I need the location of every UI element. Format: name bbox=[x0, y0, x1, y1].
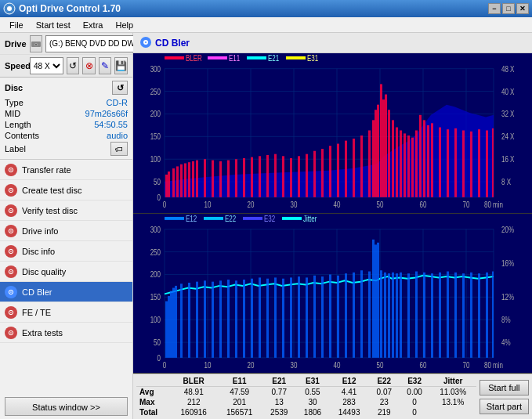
col-header-e32: E32 bbox=[400, 376, 430, 387]
status-window-btn[interactable]: Status window >> bbox=[5, 397, 128, 416]
menu-help[interactable]: Help bbox=[109, 19, 139, 31]
svg-text:0: 0 bbox=[163, 360, 166, 369]
svg-text:80 min: 80 min bbox=[484, 200, 503, 209]
nav-extra-tests-label: Extra tests bbox=[22, 328, 63, 338]
svg-text:E12: E12 bbox=[186, 215, 197, 223]
svg-rect-185 bbox=[353, 272, 355, 357]
erase-btn[interactable]: ⊗ bbox=[82, 57, 95, 74]
create-test-disc-icon: ⊙ bbox=[5, 184, 17, 197]
svg-rect-90 bbox=[382, 99, 385, 197]
avg-e31: 0.55 bbox=[296, 387, 330, 398]
svg-rect-167 bbox=[212, 281, 214, 357]
nav-drive-info[interactable]: ⊙ Drive info bbox=[0, 221, 132, 241]
maximize-button[interactable]: □ bbox=[502, 3, 515, 14]
svg-rect-63 bbox=[196, 161, 198, 197]
nav-extra-tests[interactable]: ⊙ Extra tests bbox=[0, 323, 132, 343]
disc-length-row: Length 54:50.55 bbox=[5, 120, 128, 129]
max-e22: 23 bbox=[369, 397, 400, 407]
minimize-button[interactable]: − bbox=[488, 3, 501, 14]
col-header-jitter: Jitter bbox=[429, 376, 476, 387]
svg-rect-76 bbox=[298, 156, 300, 197]
nav-create-test-disc[interactable]: ⊙ Create test disc bbox=[0, 180, 132, 200]
svg-text:70: 70 bbox=[463, 200, 470, 209]
avg-e21: 0.77 bbox=[262, 387, 296, 398]
svg-text:150: 150 bbox=[150, 132, 161, 141]
svg-text:80 min: 80 min bbox=[484, 360, 503, 369]
nav-fe-te[interactable]: ⊙ FE / TE bbox=[0, 302, 132, 323]
svg-rect-106 bbox=[454, 128, 457, 197]
refresh-btn[interactable]: ↺ bbox=[67, 57, 79, 74]
svg-rect-92 bbox=[388, 110, 390, 197]
svg-rect-197 bbox=[407, 273, 410, 358]
start-full-button[interactable]: Start full bbox=[480, 380, 529, 396]
avg-label: Avg bbox=[136, 387, 171, 398]
svg-rect-60 bbox=[184, 163, 186, 197]
svg-rect-68 bbox=[235, 159, 237, 197]
menu-starttest[interactable]: Start test bbox=[30, 19, 77, 31]
disc-refresh-btn[interactable]: ↺ bbox=[112, 81, 128, 95]
transfer-rate-icon: ⊙ bbox=[5, 164, 17, 176]
svg-rect-192 bbox=[384, 272, 386, 357]
drive-label: Drive bbox=[5, 39, 27, 49]
app-icon bbox=[3, 2, 16, 15]
menu-extra[interactable]: Extra bbox=[77, 19, 110, 31]
disc-section: Disc ↺ Type CD-R MID 97m26s66f Length 54… bbox=[0, 78, 132, 160]
nav-verify-test-disc[interactable]: ⊙ Verify test disc bbox=[0, 200, 132, 221]
svg-rect-170 bbox=[235, 280, 237, 357]
svg-rect-70 bbox=[251, 157, 253, 197]
start-part-button[interactable]: Start part bbox=[480, 399, 529, 414]
svg-point-7 bbox=[145, 42, 147, 43]
nav-disc-info[interactable]: ⊙ Disc info bbox=[0, 241, 132, 262]
svg-rect-80 bbox=[329, 146, 331, 197]
verify-test-disc-icon: ⊙ bbox=[5, 204, 17, 217]
save-btn[interactable]: 💾 bbox=[114, 57, 128, 74]
nav-transfer-rate[interactable]: ⊙ Transfer rate bbox=[0, 160, 132, 180]
total-e22: 219 bbox=[369, 407, 400, 417]
svg-rect-59 bbox=[180, 164, 183, 197]
max-e12: 283 bbox=[329, 397, 369, 407]
svg-rect-69 bbox=[243, 158, 245, 197]
svg-text:100: 100 bbox=[150, 316, 161, 324]
svg-rect-184 bbox=[345, 273, 347, 358]
svg-rect-206 bbox=[478, 273, 480, 358]
svg-rect-103 bbox=[431, 123, 433, 197]
close-button[interactable]: ✕ bbox=[516, 3, 529, 14]
nav-cd-bler[interactable]: ⊙ CD Bler bbox=[0, 282, 132, 302]
disc-label-row: Label 🏷 bbox=[5, 142, 128, 156]
menu-file[interactable]: File bbox=[3, 19, 30, 31]
nav-drive-info-label: Drive info bbox=[22, 226, 58, 236]
svg-rect-193 bbox=[388, 273, 390, 358]
svg-rect-78 bbox=[313, 151, 316, 197]
stats-avg-row: Avg 48.91 47.59 0.77 0.55 4.41 0.07 0.00… bbox=[136, 387, 476, 398]
max-e32: 0 bbox=[400, 397, 430, 407]
svg-rect-190 bbox=[377, 242, 379, 357]
col-header-empty bbox=[136, 376, 171, 387]
write-btn[interactable]: ✎ bbox=[99, 57, 111, 74]
avg-e22: 0.07 bbox=[369, 387, 400, 398]
svg-rect-208 bbox=[492, 271, 494, 357]
window-controls: − □ ✕ bbox=[488, 3, 529, 14]
svg-rect-110 bbox=[486, 130, 488, 197]
disc-info-icon: ⊙ bbox=[5, 245, 17, 258]
svg-rect-47 bbox=[165, 56, 184, 60]
nav-disc-quality[interactable]: ⊙ Disc quality bbox=[0, 262, 132, 282]
svg-text:50: 50 bbox=[377, 200, 384, 209]
svg-rect-53 bbox=[286, 56, 306, 60]
disc-label-edit-btn[interactable]: 🏷 bbox=[110, 142, 128, 156]
svg-rect-159 bbox=[168, 296, 170, 358]
svg-text:Jitter: Jitter bbox=[303, 215, 317, 223]
svg-rect-181 bbox=[321, 276, 324, 358]
svg-rect-152 bbox=[204, 216, 223, 219]
total-e32: 0 bbox=[400, 407, 430, 417]
svg-rect-57 bbox=[172, 168, 175, 197]
max-e31: 30 bbox=[296, 397, 330, 407]
svg-rect-204 bbox=[462, 273, 465, 358]
svg-rect-173 bbox=[259, 277, 261, 357]
nav-create-test-disc-label: Create test disc bbox=[22, 186, 81, 195]
svg-rect-77 bbox=[306, 154, 308, 197]
speed-select[interactable]: 48 X bbox=[30, 57, 63, 74]
svg-text:E22: E22 bbox=[225, 215, 236, 223]
svg-rect-89 bbox=[380, 84, 382, 197]
svg-text:10: 10 bbox=[204, 360, 212, 369]
svg-rect-164 bbox=[188, 282, 190, 357]
